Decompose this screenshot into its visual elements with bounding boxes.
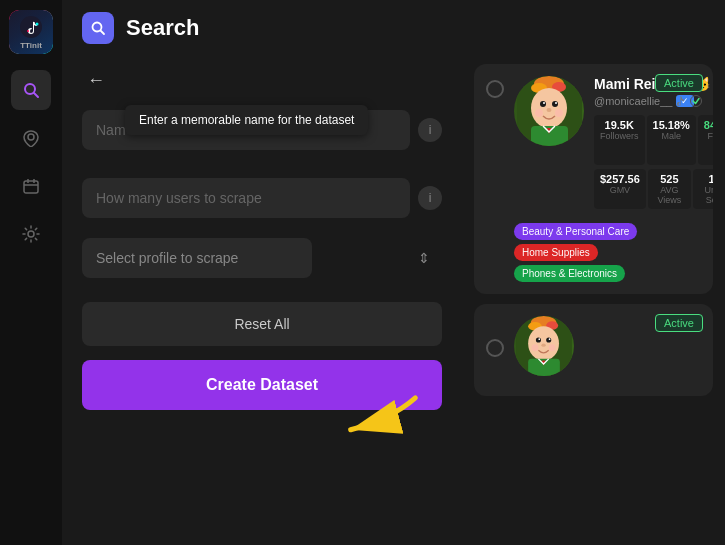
sidebar-item-settings[interactable] xyxy=(11,214,51,254)
back-button[interactable]: ← xyxy=(82,66,110,94)
main-content: Search ← i Enter a memorable name for th… xyxy=(62,0,725,545)
stat-units-sold: 15 Units Sold xyxy=(693,169,713,209)
status-badge-2: Active xyxy=(655,314,703,332)
users-input-row: i xyxy=(82,178,442,218)
svg-point-31 xyxy=(541,343,545,346)
tiktok-badge-icons xyxy=(672,94,703,108)
sidebar: TTinit xyxy=(0,0,62,545)
svg-point-14 xyxy=(540,101,546,107)
card-select-circle-2[interactable] xyxy=(486,339,504,357)
svg-point-19 xyxy=(535,109,543,117)
tag-home: Home Supplies xyxy=(514,244,598,261)
profile-select[interactable]: Select profile to scrape xyxy=(82,238,312,278)
tag-phones: Phones & Electronics xyxy=(514,265,625,282)
stat-female: 84.82% Female xyxy=(698,115,713,165)
page-title: Search xyxy=(126,15,199,41)
tag-beauty: Beauty & Personal Care xyxy=(514,223,637,240)
tags-row: Beauty & Personal Care Home Supplies Pho… xyxy=(486,223,701,282)
svg-point-8 xyxy=(691,96,702,107)
svg-point-4 xyxy=(28,134,34,140)
users-info-icon[interactable]: i xyxy=(418,186,442,210)
svg-point-33 xyxy=(549,344,556,351)
avatar xyxy=(514,76,584,146)
search-header-icon xyxy=(82,12,114,44)
svg-rect-5 xyxy=(24,181,38,193)
reset-button[interactable]: Reset All xyxy=(82,302,442,346)
svg-point-2 xyxy=(27,30,29,32)
svg-point-17 xyxy=(555,102,557,104)
left-panel: ← i Enter a memorable name for the datas… xyxy=(62,56,462,545)
right-panel: Active xyxy=(462,56,725,545)
select-arrow-icon: ⇕ xyxy=(418,250,430,266)
avatar-2 xyxy=(514,316,574,376)
svg-point-20 xyxy=(555,109,563,117)
profile-card-2: Active xyxy=(474,304,713,396)
card-select-circle[interactable] xyxy=(486,80,504,98)
svg-point-0 xyxy=(20,16,42,38)
users-input[interactable] xyxy=(82,178,410,218)
name-tooltip: Enter a memorable name for the dataset xyxy=(125,105,368,135)
stats-grid-2: $257.56 GMV 525 AVG Views 15 Units Sold xyxy=(594,169,713,209)
status-badge: Active xyxy=(655,74,703,92)
stat-followers: 19.5K Followers xyxy=(594,115,645,165)
stats-grid-1: 19.5K Followers 15.18% Male 84.82% Femal… xyxy=(594,115,713,165)
sidebar-item-search[interactable] xyxy=(11,70,51,110)
svg-point-27 xyxy=(536,337,541,342)
svg-point-15 xyxy=(552,101,558,107)
logo-text: TTinit xyxy=(20,41,42,50)
svg-point-1 xyxy=(36,23,39,26)
stat-gmv: $257.56 GMV xyxy=(594,169,646,209)
create-dataset-button[interactable]: Create Dataset xyxy=(82,360,442,410)
header: Search xyxy=(62,0,725,56)
svg-point-6 xyxy=(28,231,34,237)
sidebar-item-calendar[interactable] xyxy=(11,166,51,206)
svg-point-32 xyxy=(532,344,539,351)
name-info-icon[interactable]: i xyxy=(418,118,442,142)
svg-point-29 xyxy=(538,338,540,340)
app-logo: TTinit xyxy=(9,10,53,54)
profile-card: Active xyxy=(474,64,713,294)
svg-point-30 xyxy=(549,338,551,340)
profile-select-wrapper: Select profile to scrape ⇕ xyxy=(82,238,442,278)
svg-point-18 xyxy=(546,108,551,112)
stat-male: 15.18% Male xyxy=(647,115,696,165)
svg-point-16 xyxy=(543,102,545,104)
body-layout: ← i Enter a memorable name for the datas… xyxy=(62,56,725,545)
stat-avg-views: 525 AVG Views xyxy=(648,169,691,209)
card-top: Mami Reina 🐱🐱 @monicaellie__ ✓ 19.5K Fol… xyxy=(486,76,701,215)
svg-point-28 xyxy=(546,337,551,342)
sidebar-item-location[interactable] xyxy=(11,118,51,158)
